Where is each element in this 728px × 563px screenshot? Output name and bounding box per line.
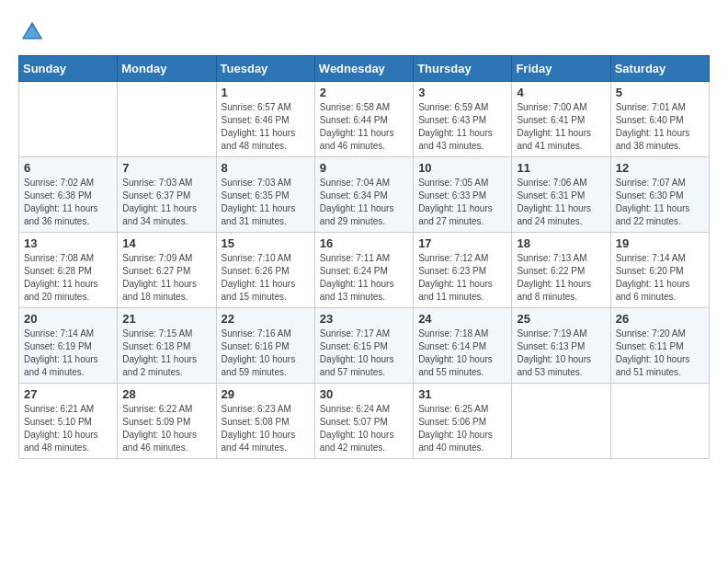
day-number: 3: [418, 86, 506, 99]
calendar-cell: 13Sunrise: 7:08 AM Sunset: 6:28 PM Dayli…: [19, 233, 118, 308]
day-info: Sunrise: 7:03 AM Sunset: 6:37 PM Dayligh…: [122, 177, 210, 228]
calendar-cell: 5Sunrise: 7:01 AM Sunset: 6:40 PM Daylig…: [610, 82, 709, 157]
day-number: 29: [222, 387, 310, 401]
day-info: Sunrise: 6:58 AM Sunset: 6:44 PM Dayligh…: [320, 101, 408, 153]
day-number: 26: [616, 312, 704, 326]
calendar-cell: 21Sunrise: 7:15 AM Sunset: 6:18 PM Dayli…: [118, 308, 216, 384]
col-header-tuesday: Tuesday: [216, 56, 314, 82]
day-number: 1: [222, 86, 310, 99]
day-info: Sunrise: 6:59 AM Sunset: 6:43 PM Dayligh…: [418, 101, 506, 153]
day-info: Sunrise: 6:57 AM Sunset: 6:46 PM Dayligh…: [222, 101, 310, 153]
calendar-cell: 8Sunrise: 7:03 AM Sunset: 6:35 PM Daylig…: [216, 157, 314, 233]
calendar-cell: 20Sunrise: 7:14 AM Sunset: 6:19 PM Dayli…: [19, 308, 118, 384]
day-info: Sunrise: 7:04 AM Sunset: 6:34 PM Dayligh…: [320, 177, 408, 228]
day-number: 8: [222, 161, 310, 175]
logo-icon: [18, 18, 46, 46]
day-number: 5: [616, 86, 704, 99]
calendar-cell: 28Sunrise: 6:22 AM Sunset: 5:09 PM Dayli…: [118, 384, 216, 459]
day-number: 2: [320, 86, 408, 99]
calendar-body: 1Sunrise: 6:57 AM Sunset: 6:46 PM Daylig…: [19, 82, 710, 459]
calendar-table: SundayMondayTuesdayWednesdayThursdayFrid…: [18, 55, 710, 459]
day-info: Sunrise: 7:07 AM Sunset: 6:30 PM Dayligh…: [616, 177, 704, 228]
calendar-cell: 18Sunrise: 7:13 AM Sunset: 6:22 PM Dayli…: [512, 233, 610, 308]
calendar-cell: 23Sunrise: 7:17 AM Sunset: 6:15 PM Dayli…: [314, 308, 413, 384]
day-number: 23: [320, 312, 408, 326]
calendar-cell: 14Sunrise: 7:09 AM Sunset: 6:27 PM Dayli…: [118, 233, 216, 308]
day-number: 13: [24, 236, 112, 250]
day-info: Sunrise: 7:03 AM Sunset: 6:35 PM Dayligh…: [222, 177, 310, 228]
day-info: Sunrise: 7:15 AM Sunset: 6:18 PM Dayligh…: [122, 327, 210, 379]
col-header-friday: Friday: [512, 56, 610, 82]
day-info: Sunrise: 7:13 AM Sunset: 6:22 PM Dayligh…: [517, 252, 605, 304]
logo: [18, 18, 50, 46]
calendar-cell: 17Sunrise: 7:12 AM Sunset: 6:23 PM Dayli…: [414, 233, 512, 308]
day-info: Sunrise: 7:14 AM Sunset: 6:20 PM Dayligh…: [616, 252, 704, 304]
week-row-4: 20Sunrise: 7:14 AM Sunset: 6:19 PM Dayli…: [19, 308, 710, 384]
day-info: Sunrise: 7:02 AM Sunset: 6:38 PM Dayligh…: [24, 177, 112, 228]
day-number: 11: [517, 161, 605, 175]
day-info: Sunrise: 7:14 AM Sunset: 6:19 PM Dayligh…: [24, 327, 112, 379]
day-info: Sunrise: 6:24 AM Sunset: 5:07 PM Dayligh…: [320, 403, 408, 454]
calendar-cell: 16Sunrise: 7:11 AM Sunset: 6:24 PM Dayli…: [314, 233, 413, 308]
day-info: Sunrise: 7:08 AM Sunset: 6:28 PM Dayligh…: [24, 252, 112, 304]
calendar-cell: 2Sunrise: 6:58 AM Sunset: 6:44 PM Daylig…: [314, 82, 413, 157]
day-number: 18: [517, 236, 605, 250]
week-row-5: 27Sunrise: 6:21 AM Sunset: 5:10 PM Dayli…: [19, 384, 710, 459]
day-number: 27: [24, 387, 112, 401]
col-header-sunday: Sunday: [19, 56, 118, 82]
day-info: Sunrise: 7:05 AM Sunset: 6:33 PM Dayligh…: [418, 177, 506, 228]
day-info: Sunrise: 6:22 AM Sunset: 5:09 PM Dayligh…: [122, 403, 210, 454]
day-info: Sunrise: 7:17 AM Sunset: 6:15 PM Dayligh…: [320, 327, 408, 379]
day-info: Sunrise: 7:00 AM Sunset: 6:41 PM Dayligh…: [517, 101, 605, 153]
calendar-cell: 9Sunrise: 7:04 AM Sunset: 6:34 PM Daylig…: [314, 157, 413, 233]
calendar-cell: 3Sunrise: 6:59 AM Sunset: 6:43 PM Daylig…: [414, 82, 512, 157]
calendar-cell: 29Sunrise: 6:23 AM Sunset: 5:08 PM Dayli…: [216, 384, 314, 459]
calendar-cell: 26Sunrise: 7:20 AM Sunset: 6:11 PM Dayli…: [610, 308, 709, 384]
day-info: Sunrise: 7:09 AM Sunset: 6:27 PM Dayligh…: [122, 252, 210, 304]
calendar-cell: [118, 82, 216, 157]
week-row-2: 6Sunrise: 7:02 AM Sunset: 6:38 PM Daylig…: [19, 157, 710, 233]
day-info: Sunrise: 7:19 AM Sunset: 6:13 PM Dayligh…: [517, 327, 605, 379]
day-info: Sunrise: 7:12 AM Sunset: 6:23 PM Dayligh…: [418, 252, 506, 304]
day-info: Sunrise: 6:25 AM Sunset: 5:06 PM Dayligh…: [418, 403, 506, 454]
col-header-wednesday: Wednesday: [314, 56, 413, 82]
day-info: Sunrise: 7:11 AM Sunset: 6:24 PM Dayligh…: [320, 252, 408, 304]
day-number: 19: [616, 236, 704, 250]
day-info: Sunrise: 6:23 AM Sunset: 5:08 PM Dayligh…: [222, 403, 310, 454]
day-number: 20: [24, 312, 112, 326]
calendar-cell: [610, 384, 709, 459]
calendar-cell: 31Sunrise: 6:25 AM Sunset: 5:06 PM Dayli…: [414, 384, 512, 459]
day-number: 28: [122, 387, 210, 401]
calendar-cell: 4Sunrise: 7:00 AM Sunset: 6:41 PM Daylig…: [512, 82, 610, 157]
calendar-cell: 19Sunrise: 7:14 AM Sunset: 6:20 PM Dayli…: [610, 233, 709, 308]
calendar-cell: [512, 384, 610, 459]
day-number: 21: [122, 312, 210, 326]
day-number: 6: [24, 161, 112, 175]
day-number: 31: [418, 387, 506, 401]
calendar-cell: 24Sunrise: 7:18 AM Sunset: 6:14 PM Dayli…: [414, 308, 512, 384]
day-info: Sunrise: 7:10 AM Sunset: 6:26 PM Dayligh…: [222, 252, 310, 304]
day-number: 24: [418, 312, 506, 326]
day-info: Sunrise: 7:18 AM Sunset: 6:14 PM Dayligh…: [418, 327, 506, 379]
day-number: 25: [517, 312, 605, 326]
day-number: 7: [122, 161, 210, 175]
day-info: Sunrise: 6:21 AM Sunset: 5:10 PM Dayligh…: [24, 403, 112, 454]
day-number: 10: [418, 161, 506, 175]
calendar-cell: 12Sunrise: 7:07 AM Sunset: 6:30 PM Dayli…: [610, 157, 709, 233]
day-number: 14: [122, 236, 210, 250]
day-number: 15: [222, 236, 310, 250]
calendar-cell: 7Sunrise: 7:03 AM Sunset: 6:37 PM Daylig…: [118, 157, 216, 233]
page-header: [18, 18, 710, 46]
day-number: 9: [320, 161, 408, 175]
calendar-cell: 27Sunrise: 6:21 AM Sunset: 5:10 PM Dayli…: [19, 384, 118, 459]
day-number: 16: [320, 236, 408, 250]
week-row-3: 13Sunrise: 7:08 AM Sunset: 6:28 PM Dayli…: [19, 233, 710, 308]
day-number: 12: [616, 161, 704, 175]
calendar-cell: 10Sunrise: 7:05 AM Sunset: 6:33 PM Dayli…: [414, 157, 512, 233]
calendar-header-row: SundayMondayTuesdayWednesdayThursdayFrid…: [19, 56, 710, 82]
calendar-cell: 30Sunrise: 6:24 AM Sunset: 5:07 PM Dayli…: [314, 384, 413, 459]
day-number: 4: [517, 86, 605, 99]
calendar-cell: 15Sunrise: 7:10 AM Sunset: 6:26 PM Dayli…: [216, 233, 314, 308]
calendar-cell: [19, 82, 118, 157]
col-header-saturday: Saturday: [610, 56, 709, 82]
